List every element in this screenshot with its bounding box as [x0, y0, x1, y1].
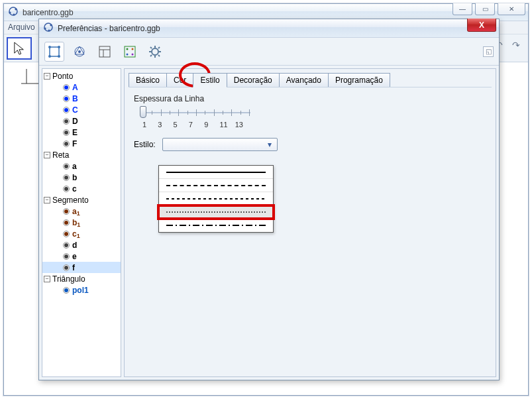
tree-item[interactable]: c1 [42, 228, 121, 239]
window-controls: — ▭ ✕ [450, 3, 525, 15]
visibility-icon[interactable] [63, 118, 70, 125]
dialog-body: −PontoABCDEF−Retaabc−Segmentoa1b1c1def−T… [39, 66, 499, 380]
tab-avançado[interactable]: Avançado [279, 73, 329, 87]
svg-point-13 [48, 55, 51, 58]
minimize-button[interactable]: — [452, 3, 472, 15]
tree-item[interactable]: f [42, 262, 121, 273]
tree-item[interactable]: b1 [42, 217, 121, 228]
move-tool-button[interactable] [7, 37, 32, 60]
tree-item[interactable]: d [42, 239, 121, 251]
visibility-icon[interactable] [63, 129, 70, 136]
svg-point-2 [15, 8, 17, 10]
collapse-icon[interactable]: − [44, 197, 50, 203]
style-option-long-dash[interactable] [159, 179, 273, 192]
visibility-icon[interactable] [63, 242, 70, 249]
svg-point-11 [48, 46, 51, 48]
dialog-title: Preferências - baricentro.ggb [58, 24, 160, 33]
style-option-short-dash[interactable] [159, 192, 273, 205]
slider-thumb[interactable] [140, 106, 146, 118]
visibility-icon[interactable] [63, 107, 70, 113]
collapse-icon[interactable]: − [44, 152, 50, 158]
svg-line-32 [158, 55, 160, 56]
visibility-icon[interactable] [63, 186, 70, 192]
svg-line-31 [150, 47, 152, 48]
app-icon [8, 6, 19, 19]
style-option-dash-dot[interactable] [159, 219, 273, 232]
tree-item[interactable]: F [42, 138, 121, 149]
main-title: baricentro.ggb [23, 8, 74, 17]
objects-tab-icon[interactable] [44, 42, 64, 62]
dialog-close-button[interactable]: X [467, 19, 496, 32]
close-button[interactable]: ✕ [498, 3, 525, 15]
svg-point-22 [127, 48, 129, 50]
menu-file[interactable]: Arquivo [8, 23, 35, 32]
tree-category[interactable]: −Segmento [42, 194, 121, 205]
svg-point-25 [132, 53, 134, 55]
visibility-icon[interactable] [63, 264, 70, 271]
thickness-slider[interactable]: 135791113 [138, 106, 250, 129]
svg-line-33 [158, 47, 160, 48]
chevron-down-icon: ▾ [265, 140, 274, 149]
svg-rect-18 [99, 46, 110, 57]
visibility-icon[interactable] [63, 141, 70, 147]
tree-item[interactable]: pol1 [42, 284, 121, 296]
dialog-icon [43, 22, 54, 34]
style-label: Estilo: [134, 140, 156, 149]
layout-tab-icon[interactable] [95, 42, 115, 62]
tree-category[interactable]: −Triângulo [42, 273, 121, 284]
svg-point-9 [48, 29, 50, 31]
tree-item[interactable]: E [42, 127, 121, 138]
visibility-icon[interactable] [63, 95, 70, 102]
tab-cor[interactable]: Cor [166, 73, 193, 87]
tab-decoração[interactable]: Decoração [227, 73, 280, 87]
tab-strip: BásicoCorEstiloDecoraçãoAvançadoPrograma… [129, 73, 492, 87]
dialog-titlebar: Preferências - baricentro.ggb X [39, 19, 499, 38]
tree-item[interactable]: a1 [42, 205, 121, 217]
tree-item[interactable]: b [42, 172, 121, 183]
svg-point-7 [44, 27, 46, 29]
svg-rect-10 [50, 47, 59, 56]
svg-rect-21 [125, 46, 135, 57]
tab-básico[interactable]: Básico [129, 73, 167, 87]
visibility-icon[interactable] [63, 287, 70, 294]
tree-item[interactable]: C [42, 104, 121, 115]
visibility-icon[interactable] [63, 231, 70, 237]
popout-icon[interactable]: ◱ [483, 46, 494, 57]
style-option-solid[interactable] [159, 166, 273, 179]
svg-point-12 [58, 46, 60, 48]
svg-point-8 [50, 24, 52, 26]
style-dropdown[interactable] [158, 165, 274, 233]
maximize-button[interactable]: ▭ [475, 3, 495, 15]
svg-point-26 [152, 48, 158, 55]
visibility-icon[interactable] [63, 253, 70, 260]
visibility-icon[interactable] [63, 208, 70, 215]
tab-estilo[interactable]: Estilo [193, 73, 227, 87]
thickness-label: Espessura da Linha [134, 94, 492, 103]
collapse-icon[interactable]: − [44, 276, 50, 282]
svg-point-24 [127, 53, 129, 55]
style-combobox[interactable]: ▾ [162, 138, 278, 151]
svg-point-14 [58, 55, 60, 58]
tree-category[interactable]: −Reta [42, 149, 121, 160]
visibility-icon[interactable] [63, 174, 70, 181]
graphics-tab-icon[interactable] [70, 42, 89, 62]
tree-category[interactable]: −Ponto [42, 70, 121, 82]
collapse-icon[interactable]: − [44, 73, 50, 80]
svg-point-1 [9, 11, 11, 13]
style-option-dotted[interactable] [159, 205, 273, 219]
tree-item[interactable]: e [42, 251, 121, 262]
tab-programação[interactable]: Programação [328, 73, 390, 87]
tree-item[interactable]: c [42, 183, 121, 194]
tree-item[interactable]: D [42, 115, 121, 127]
tree-item[interactable]: a [42, 160, 121, 172]
visibility-icon[interactable] [63, 84, 70, 91]
visibility-icon[interactable] [63, 163, 70, 170]
svg-point-16 [78, 50, 81, 53]
visibility-icon[interactable] [63, 219, 70, 226]
tree-item[interactable]: B [42, 93, 121, 104]
defaults-tab-icon[interactable] [120, 42, 140, 62]
object-tree[interactable]: −PontoABCDEF−Retaabc−Segmentoa1b1c1def−T… [42, 68, 121, 377]
redo-icon[interactable]: ↷ [509, 38, 523, 52]
tree-item[interactable]: A [42, 82, 121, 93]
advanced-tab-icon[interactable] [145, 42, 165, 62]
